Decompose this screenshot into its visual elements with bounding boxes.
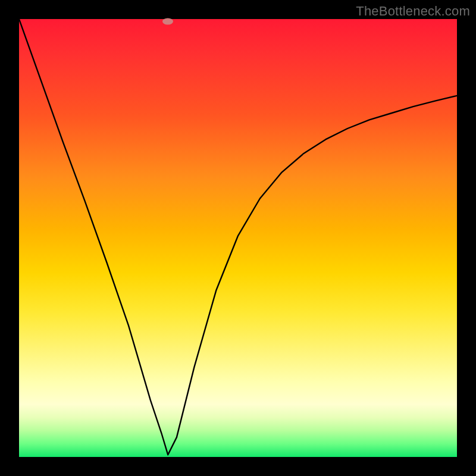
watermark-text: TheBottleneck.com	[356, 4, 470, 19]
chart-outer: TheBottleneck.com	[0, 0, 476, 476]
bottleneck-curve	[19, 19, 457, 455]
plot-area	[19, 19, 457, 457]
curve-layer	[19, 19, 457, 457]
optimal-point-marker	[162, 18, 173, 24]
